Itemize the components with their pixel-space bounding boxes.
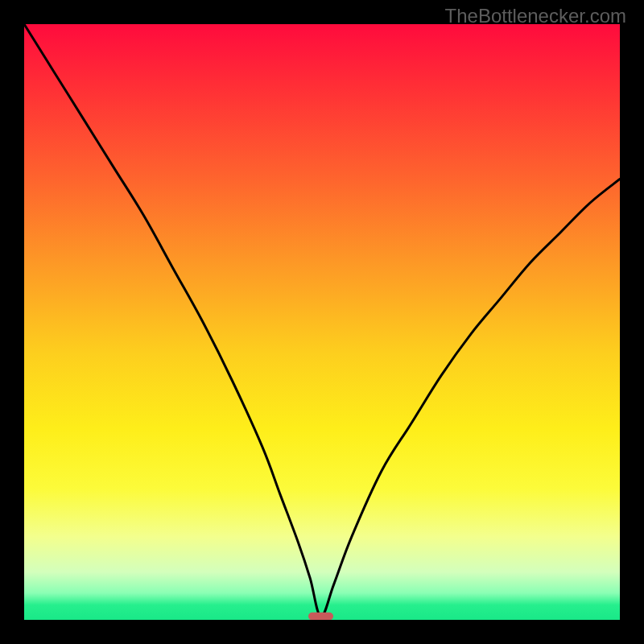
plot-background xyxy=(24,24,620,620)
minimum-marker xyxy=(308,613,333,620)
watermark-text: TheBottlenecker.com xyxy=(445,5,626,27)
chart-frame: TheBottlenecker.com xyxy=(0,0,644,644)
bottleneck-plot xyxy=(24,24,620,620)
